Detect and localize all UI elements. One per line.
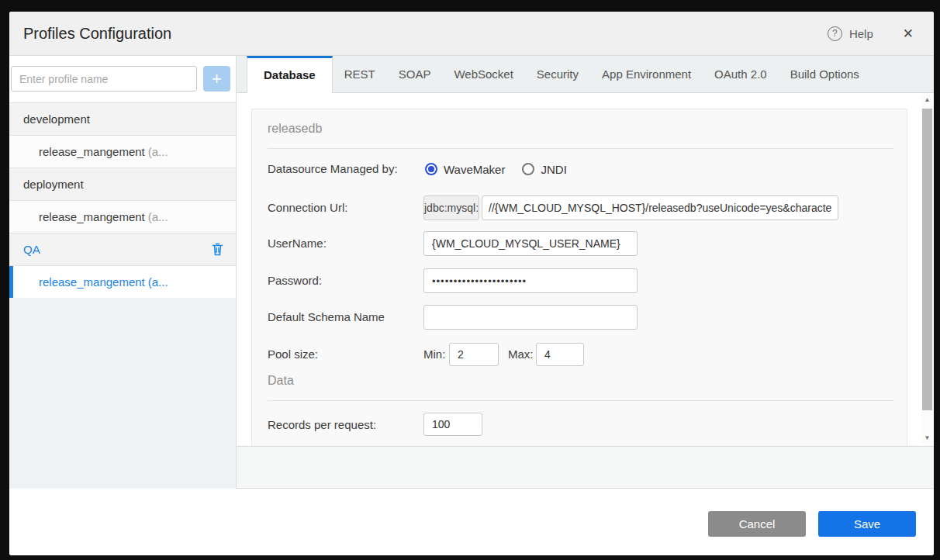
help-label[interactable]: Help	[849, 27, 873, 40]
default-schema-input[interactable]	[423, 305, 638, 330]
radio-selected-icon	[425, 163, 437, 175]
profile-item-label: release_mangement	[39, 210, 145, 223]
profile-item-suffix: (a...	[148, 210, 168, 223]
records-per-request-input[interactable]	[423, 413, 482, 436]
profile-group-label: QA	[23, 243, 40, 256]
profile-group-label: development	[23, 112, 90, 126]
password-input[interactable]	[423, 268, 638, 293]
pool-max-input[interactable]	[536, 343, 584, 366]
sidebar-item-deployment[interactable]: deployment	[9, 168, 236, 201]
profile-item-label: release_mangement	[39, 145, 145, 158]
profile-name-input[interactable]	[11, 66, 197, 92]
tab-websocket[interactable]: WebSocket	[442, 56, 524, 93]
profiles-sidebar: + development release_mangement (a... de…	[9, 56, 237, 489]
help-icon[interactable]: ?	[828, 26, 842, 41]
profiles-configuration-dialog: Profiles Configuration ? Help ✕ + develo…	[9, 12, 934, 555]
profile-group-label: deployment	[23, 178, 84, 191]
tab-soap[interactable]: SOAP	[387, 56, 443, 93]
tab-rest[interactable]: REST	[333, 56, 387, 93]
sidebar-item-development[interactable]: development	[9, 103, 236, 136]
password-label: Password:	[268, 273, 322, 289]
radio-unselected-icon	[522, 163, 534, 175]
trash-icon	[212, 247, 223, 258]
username-input[interactable]	[423, 231, 638, 256]
section-divider	[268, 400, 893, 401]
dialog-footer: Cancel Save	[9, 489, 934, 555]
pool-min-input[interactable]	[449, 343, 499, 366]
pool-size-label: Pool size:	[268, 347, 318, 362]
scrollbar-thumb[interactable]	[922, 109, 932, 410]
datasource-radio-group: WaveMaker JNDI	[425, 157, 584, 181]
jdbc-prefix-addon: jdbc:mysql:	[423, 195, 479, 220]
tab-security[interactable]: Security	[525, 56, 590, 93]
sidebar-item-release-mangement-3[interactable]: release_mangement (a...	[9, 266, 236, 299]
tab-database[interactable]: Database	[247, 56, 333, 93]
radio-jndi-label: JNDI	[541, 163, 566, 176]
vertical-scrollbar: ▲ ▼	[921, 95, 933, 444]
radio-wavemaker-label: WaveMaker	[444, 163, 505, 176]
releasedb-form-panel: releasedb Datasource Managed by: WaveMak…	[251, 109, 907, 446]
add-profile-button[interactable]: +	[203, 66, 230, 92]
db-section-title: releasedb	[268, 122, 322, 136]
dialog-title: Profiles Configuration	[23, 25, 171, 43]
profile-search-row: +	[9, 56, 236, 102]
header-actions: ? Help ✕	[828, 26, 914, 42]
connection-url-label: Connection Url:	[268, 200, 347, 216]
scroll-up-button[interactable]: ▲	[921, 95, 933, 105]
sidebar-item-release-mangement-1[interactable]: release_mangement (a...	[9, 136, 236, 168]
connection-url-input[interactable]	[482, 195, 838, 220]
radio-wavemaker[interactable]: WaveMaker	[425, 163, 505, 176]
delete-profile-button[interactable]	[212, 243, 223, 258]
tab-app-environment[interactable]: App Environment	[590, 56, 703, 93]
sidebar-empty-area	[9, 298, 236, 489]
pool-max-label: Max:	[508, 347, 534, 362]
profile-item-suffix: (a...	[148, 145, 168, 158]
sidebar-item-release-mangement-2[interactable]: release_mangement (a...	[9, 201, 236, 233]
save-button[interactable]: Save	[818, 511, 916, 537]
section-divider	[268, 148, 893, 149]
tab-oauth[interactable]: OAuth 2.0	[703, 56, 779, 93]
radio-jndi[interactable]: JNDI	[522, 163, 566, 176]
data-section-title: Data	[268, 374, 294, 388]
close-icon[interactable]: ✕	[903, 26, 914, 42]
content-footer-strip	[237, 446, 934, 489]
pool-min-label: Min:	[423, 347, 445, 362]
config-tabbar: Database REST SOAP WebSocket Security Ap…	[237, 56, 934, 93]
dialog-header: Profiles Configuration ? Help ✕	[9, 12, 934, 56]
cancel-button[interactable]: Cancel	[708, 511, 806, 537]
profile-item-label: release_mangement	[39, 275, 145, 289]
sidebar-item-qa[interactable]: QA	[9, 233, 236, 266]
tab-build-options[interactable]: Build Options	[779, 56, 871, 93]
records-per-request-label: Records per request:	[268, 417, 376, 433]
datasource-label: Datasource Managed by:	[268, 161, 398, 177]
database-tab-content: releasedb Datasource Managed by: WaveMak…	[237, 93, 934, 446]
profile-list: development release_mangement (a... depl…	[9, 102, 236, 299]
scroll-down-button[interactable]: ▼	[921, 433, 933, 444]
default-schema-label: Default Schema Name	[268, 309, 385, 325]
profile-item-suffix: (a...	[148, 275, 168, 289]
username-label: UserName:	[268, 236, 327, 251]
